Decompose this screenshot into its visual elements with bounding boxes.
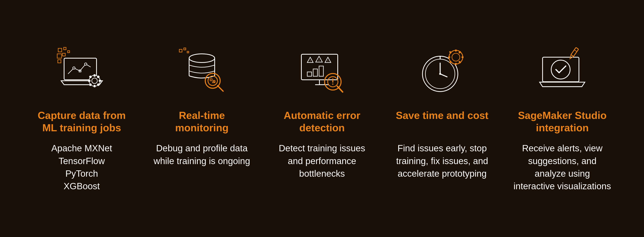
svg-point-23	[189, 54, 215, 62]
capture-data-desc: Apache MXNetTensorFlowPyTorchXGBoost	[51, 142, 112, 192]
svg-rect-4	[62, 53, 65, 56]
save-time-title: Save time and cost	[396, 109, 488, 135]
svg-point-54	[439, 73, 441, 75]
svg-line-53	[440, 74, 447, 77]
feature-realtime-monitoring: Real-time monitoring Debug and profile d…	[145, 40, 259, 171]
svg-rect-61	[462, 56, 464, 58]
svg-text:!: !	[319, 59, 320, 62]
save-time-icon	[414, 44, 470, 100]
svg-point-48	[332, 84, 334, 85]
svg-line-70	[574, 50, 577, 52]
svg-rect-0	[58, 48, 62, 52]
sagemaker-studio-desc: Receive alerts, view suggestions, and an…	[513, 142, 611, 192]
svg-rect-12	[94, 74, 95, 76]
error-detection-title: Automatic error detection	[273, 109, 371, 135]
svg-rect-22	[187, 51, 189, 53]
svg-rect-58	[455, 50, 457, 52]
svg-rect-3	[57, 54, 62, 58]
svg-rect-20	[179, 49, 182, 52]
svg-point-67	[551, 60, 570, 79]
svg-rect-15	[99, 80, 101, 82]
svg-text:!: !	[310, 59, 310, 62]
realtime-monitoring-title: Real-time monitoring	[153, 109, 251, 135]
save-time-desc: Find issues early, stop training, fix is…	[393, 142, 491, 180]
svg-rect-13	[94, 85, 95, 87]
feature-save-time: Save time and cost Find issues early, st…	[385, 40, 499, 184]
feature-capture-data: Capture data from ML training jobs Apach…	[25, 40, 139, 196]
error-detection-icon: ! ! !	[294, 44, 350, 100]
svg-rect-36	[307, 72, 312, 76]
sagemaker-studio-icon	[535, 44, 590, 100]
svg-point-7	[73, 67, 75, 69]
features-container: Capture data from ML training jobs Apach…	[0, 29, 644, 208]
svg-text:!: !	[328, 59, 328, 62]
svg-rect-2	[68, 51, 70, 53]
svg-point-8	[84, 63, 87, 65]
svg-rect-37	[313, 69, 318, 76]
svg-line-28	[218, 86, 223, 91]
svg-rect-60	[448, 56, 450, 58]
svg-rect-59	[455, 63, 457, 65]
svg-rect-38	[319, 66, 324, 76]
svg-rect-1	[64, 47, 66, 50]
capture-data-icon	[54, 44, 109, 100]
feature-error-detection: ! ! ! Automatic error detection Detect t…	[265, 40, 379, 184]
feature-sagemaker-studio: SageMaker Studio integration Receive ale…	[505, 40, 619, 196]
svg-rect-29	[210, 79, 212, 81]
svg-rect-66	[542, 57, 579, 82]
realtime-monitoring-desc: Debug and profile data while training is…	[153, 142, 251, 167]
svg-line-49	[337, 86, 343, 92]
svg-rect-14	[88, 80, 90, 82]
realtime-monitoring-icon	[174, 44, 230, 100]
svg-point-27	[208, 76, 218, 86]
capture-data-title: Capture data from ML training jobs	[33, 109, 131, 135]
sagemaker-studio-title: SageMaker Studio integration	[513, 109, 611, 135]
svg-rect-21	[184, 48, 186, 50]
error-detection-desc: Detect training issues and performance b…	[273, 142, 371, 180]
svg-rect-5	[58, 60, 61, 63]
